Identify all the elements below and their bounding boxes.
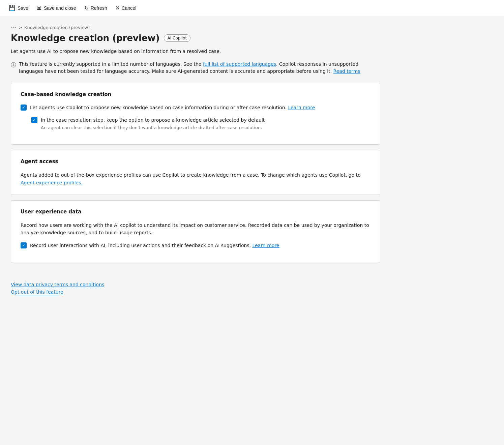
case-based-card: Case-based knowledge creation Let agents… xyxy=(11,83,380,145)
learn-more-link-1[interactable]: Learn more xyxy=(288,105,315,110)
opt-out-link[interactable]: Opt out of this feature xyxy=(11,289,493,295)
footer-links: View data privacy terms and conditions O… xyxy=(0,276,504,300)
checkbox-row-1: Let agents use Copilot to propose new kn… xyxy=(21,104,370,111)
refresh-label: Refresh xyxy=(91,5,107,11)
agent-access-card: Agent access Agents added to out-of-the-… xyxy=(11,150,380,195)
save-label: Save xyxy=(18,5,28,11)
ux-data-card-title: User experience data xyxy=(21,209,370,215)
toolbar: 💾 Save 🖫 Save and close ↻ Refresh ✕ Canc… xyxy=(0,0,504,16)
breadcrumb: ··· > Knowledge creation (preview) xyxy=(11,24,380,30)
ai-copilot-badge: AI Copilot xyxy=(164,34,191,42)
info-icon: ⓘ xyxy=(11,61,16,69)
cancel-button[interactable]: ✕ Cancel xyxy=(112,3,140,13)
checkbox-1[interactable] xyxy=(21,105,27,111)
page-title: Knowledge creation (preview) xyxy=(11,33,160,43)
checkbox-1-label: Let agents use Copilot to propose new kn… xyxy=(30,105,315,110)
ux-data-card: User experience data Record how users ar… xyxy=(11,200,380,263)
learn-more-link-ux[interactable]: Learn more xyxy=(253,243,279,248)
read-terms-link[interactable]: Read terms xyxy=(333,68,360,74)
checkbox-2-sub-label: An agent can clear this selection if the… xyxy=(41,125,265,131)
main-content: ··· > Knowledge creation (preview) Knowl… xyxy=(0,16,391,276)
breadcrumb-dots: ··· xyxy=(11,24,17,30)
save-and-close-label: Save and close xyxy=(44,5,76,11)
info-banner: ⓘ This feature is currently supported in… xyxy=(11,61,380,75)
agent-experience-profiles-link[interactable]: Agent experience profiles. xyxy=(21,180,83,185)
refresh-button[interactable]: ↻ Refresh xyxy=(81,3,111,13)
checkbox-2-label-wrapper: In the case resolution step, keep the op… xyxy=(41,117,265,131)
checkbox-ux-label: Record user interactions with AI, includ… xyxy=(30,243,279,248)
breadcrumb-current: Knowledge creation (preview) xyxy=(24,25,90,30)
case-based-card-title: Case-based knowledge creation xyxy=(21,91,370,97)
page-description: Let agents use AI to propose new knowled… xyxy=(11,49,380,54)
save-icon: 💾 xyxy=(9,5,16,11)
checkbox-ux-label-wrapper: Record user interactions with AI, includ… xyxy=(30,242,279,249)
agent-access-text: Agents added to out-of-the-box experienc… xyxy=(21,171,370,186)
info-text: This feature is currently supported in a… xyxy=(19,61,380,75)
checkbox-row-2: In the case resolution step, keep the op… xyxy=(31,117,370,131)
checkbox-1-label-wrapper: Let agents use Copilot to propose new kn… xyxy=(30,104,315,111)
save-button[interactable]: 💾 Save xyxy=(5,3,32,13)
breadcrumb-separator: > xyxy=(19,25,22,30)
info-text-before-link: This feature is currently supported in a… xyxy=(19,61,203,67)
cancel-icon: ✕ xyxy=(115,5,120,11)
refresh-icon: ↻ xyxy=(84,5,89,11)
checkbox-row-ux: Record user interactions with AI, includ… xyxy=(21,242,370,249)
save-and-close-button[interactable]: 🖫 Save and close xyxy=(33,3,80,13)
cancel-label: Cancel xyxy=(122,5,137,11)
supported-languages-link[interactable]: full list of supported languages xyxy=(203,61,276,67)
agent-access-card-title: Agent access xyxy=(21,158,370,165)
save-close-icon: 🖫 xyxy=(36,5,42,11)
page-title-row: Knowledge creation (preview) AI Copilot xyxy=(11,33,380,43)
checkbox-2-label: In the case resolution step, keep the op… xyxy=(41,117,265,124)
privacy-terms-link[interactable]: View data privacy terms and conditions xyxy=(11,282,493,287)
ux-description: Record how users are working with the AI… xyxy=(21,221,370,237)
checkbox-ux[interactable] xyxy=(21,242,27,248)
checkbox-2[interactable] xyxy=(31,117,37,123)
